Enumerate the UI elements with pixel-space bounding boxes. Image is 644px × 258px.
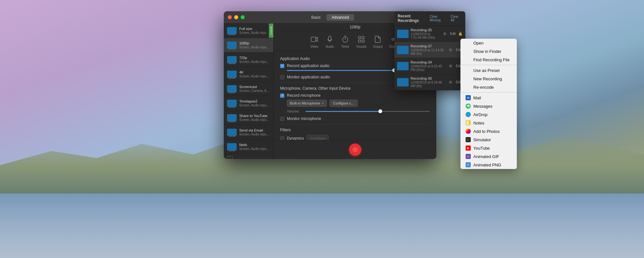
dynamics-checkbox[interactable]	[280, 136, 284, 140]
recording-item-35[interactable]: Recording-35 11/08/2019 at 7:31:46 AM (5…	[394, 26, 465, 42]
sidebar-item-1080p[interactable]: 1080p Screen, Audio input device,...	[224, 38, 273, 53]
messages-icon: 💬	[466, 104, 471, 109]
toolbar-audio[interactable]: Audio	[325, 35, 334, 48]
svg-rect-0	[311, 37, 316, 42]
preset-icon-720p	[227, 56, 237, 63]
microphone-dropdown[interactable]: Built-in Microphone ▼	[287, 100, 327, 107]
minimize-button[interactable]	[234, 15, 238, 19]
ctx-animated-png[interactable]: P Animated PNG	[460, 161, 517, 169]
recording-gear-36[interactable]: ⚙	[449, 80, 453, 84]
traffic-lights	[228, 15, 245, 19]
preset-icon-fullsize	[227, 27, 237, 34]
volume-slider-fill	[306, 111, 380, 112]
finder-icon	[466, 49, 471, 54]
preset-icon-timelapse2	[227, 100, 237, 107]
ctx-use-preset[interactable]: Use as Preset	[460, 66, 517, 74]
audio-icon	[325, 35, 334, 44]
sidebar-item-screencast[interactable]: Screencast Screen, Camera, Audio input..…	[224, 82, 273, 96]
recent-buttons: Clear Missing Clear All	[428, 15, 462, 22]
toolbar-timer-label: Timer	[341, 45, 349, 48]
recording-gear-37[interactable]: ⚙	[449, 48, 453, 52]
ctx-youtube[interactable]: ▶ YouTube	[460, 144, 517, 152]
preset-icon-4k	[227, 71, 237, 78]
sidebar-item-4k[interactable]: 4K Screen, Audio input device,...	[224, 67, 273, 82]
record-mic-checkbox[interactable]: ✓	[280, 94, 284, 98]
record-app-audio-checkbox[interactable]: ✓	[280, 64, 284, 68]
record-app-audio-label: Record application audio	[287, 64, 329, 68]
toolbar-timer[interactable]: Timer	[341, 35, 350, 48]
monitor-mic-label: Monitor microphone	[287, 116, 321, 121]
volume-row: Volume:	[287, 109, 430, 113]
reencode-icon	[466, 84, 471, 90]
simulator-icon: ▷	[466, 137, 471, 142]
preset-sub-youtube: Screen, Audio input device,...	[239, 118, 270, 122]
recording-gear-34[interactable]: ⚙	[449, 64, 453, 68]
close-button[interactable]	[228, 15, 232, 19]
preset-icon-screencast	[227, 85, 237, 92]
volume-slider-thumb[interactable]	[378, 109, 382, 113]
sidebar-item-timelapse2[interactable]: Timelapse2 Screen, Audio input device,..…	[224, 96, 273, 111]
recording-item-37[interactable]: Recording-37 13/09/2019 at 11:14:26 AM (…	[394, 42, 465, 58]
ctx-simulator[interactable]: ▷ Simulator	[460, 135, 517, 144]
recording-thumb-35	[397, 30, 409, 38]
recording-edit-35[interactable]: Edit	[449, 32, 457, 36]
recording-item-36[interactable]: Recording-36 12/09/2019 at 9:19:46 AM (8…	[394, 74, 465, 90]
ctx-open[interactable]: Open	[460, 39, 517, 47]
sidebar-item-youtube[interactable]: Share to YouTube Screen, Audio input dev…	[224, 111, 273, 125]
png-icon: P	[466, 162, 471, 167]
preset-icon	[466, 68, 471, 73]
gif-icon: G	[466, 154, 471, 159]
ctx-divider-2	[460, 92, 517, 93]
mic-dropdown-row: Built-in Microphone ▼ Configure c...	[287, 100, 430, 107]
title-tabs: Basic Advanced	[306, 14, 354, 21]
clear-all-button[interactable]: Clear All	[450, 15, 462, 22]
ctx-show-finder[interactable]: Show in Finder	[460, 47, 517, 55]
tab-advanced[interactable]: Advanced	[327, 14, 354, 21]
ctx-reencode[interactable]: Re-encode	[460, 83, 517, 91]
ctx-airdrop[interactable]: ↑ AirDrop	[460, 110, 517, 119]
preset-sub-fullsize: Screen, Audio input device	[239, 31, 270, 35]
svg-point-11	[392, 38, 394, 40]
preset-sub-screencast: Screen, Camera, Audio input...	[239, 89, 270, 93]
preset-icon-neils	[227, 143, 237, 150]
svg-marker-1	[316, 37, 317, 41]
sidebar-item-720p[interactable]: 720p Screen, Audio input device,...	[224, 53, 273, 67]
recording-date-34: 10/09/2019 at 9:15:40 PM (0ms)	[411, 64, 447, 72]
tab-basic[interactable]: Basic	[306, 14, 326, 21]
preset-icon-1080p	[227, 42, 237, 49]
record-button[interactable]	[349, 144, 361, 156]
toolbar-output[interactable]: Output	[373, 35, 383, 48]
add-preset-button[interactable]: +	[224, 154, 273, 159]
ctx-notes[interactable]: 📝 Notes	[460, 119, 517, 127]
toolbar-video[interactable]: Video	[310, 35, 319, 48]
sidebar: Full size Screen, Audio input device BAS…	[224, 24, 274, 159]
ctx-messages[interactable]: 💬 Messages	[460, 102, 517, 110]
clear-missing-button[interactable]: Clear Missing	[428, 15, 447, 22]
toolbar-audio-label: Audio	[326, 45, 334, 48]
timer-icon	[341, 35, 350, 44]
ctx-animated-gif[interactable]: G Animated GIF	[460, 152, 517, 161]
preset-sub-1080p: Screen, Audio input device,...	[239, 45, 270, 49]
toolbar-visuals[interactable]: Visuals	[356, 35, 366, 48]
sidebar-item-fullsize[interactable]: Full size Screen, Audio input device BAS…	[224, 24, 273, 38]
ctx-mail[interactable]: ✉ Mail	[460, 94, 517, 102]
maximize-button[interactable]	[241, 15, 245, 19]
recording-thumb-36	[397, 78, 409, 86]
sidebar-item-neils[interactable]: Neils Screen, Audio input device,...	[224, 140, 273, 154]
configure-button[interactable]: Configure c...	[329, 100, 357, 107]
monitor-app-audio-checkbox[interactable]	[280, 75, 284, 79]
svg-rect-8	[358, 40, 361, 42]
sidebar-item-email[interactable]: Send via Email Screen, Audio input devic…	[224, 125, 273, 140]
recording-gear-35[interactable]: ⚙	[443, 32, 448, 36]
ctx-new-recording[interactable]: New Recording	[460, 74, 517, 83]
video-icon	[310, 35, 319, 44]
recording-thumb-34	[397, 62, 409, 70]
ctx-photos[interactable]: Add to Photos	[460, 127, 517, 135]
recording-item-34[interactable]: Recording-34 10/09/2019 at 9:15:40 PM (0…	[394, 58, 465, 74]
monitor-app-audio-label: Monitor application audio	[287, 75, 330, 79]
monitor-mic-checkbox[interactable]	[280, 117, 284, 121]
svg-rect-7	[362, 36, 364, 39]
output-icon	[373, 35, 382, 44]
preset-sub-neils: Screen, Audio input device,...	[239, 147, 270, 151]
ctx-find-file[interactable]: Find Recording File	[460, 55, 517, 64]
